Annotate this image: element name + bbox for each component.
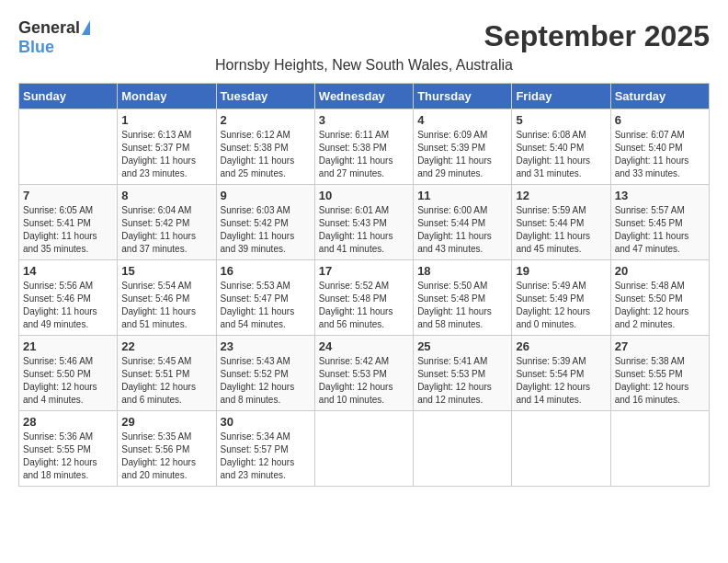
day-info: Sunrise: 5:46 AMSunset: 5:50 PMDaylight:… — [23, 355, 113, 407]
calendar-cell: 2Sunrise: 6:12 AMSunset: 5:38 PMDaylight… — [216, 109, 314, 185]
day-number: 3 — [319, 113, 409, 127]
day-number: 28 — [23, 415, 113, 429]
day-number: 22 — [121, 339, 211, 353]
day-info: Sunrise: 5:41 AMSunset: 5:53 PMDaylight:… — [417, 355, 507, 407]
header-day-saturday: Saturday — [610, 84, 709, 109]
day-info: Sunrise: 6:08 AMSunset: 5:40 PMDaylight:… — [516, 129, 606, 180]
logo-blue: Blue — [18, 38, 54, 57]
day-number: 4 — [417, 113, 507, 127]
calendar-cell — [512, 411, 610, 487]
header-day-sunday: Sunday — [19, 84, 118, 109]
day-info: Sunrise: 5:34 AMSunset: 5:57 PMDaylight:… — [221, 431, 311, 482]
day-number: 30 — [221, 415, 311, 429]
day-number: 9 — [221, 189, 311, 202]
header-day-thursday: Thursday — [414, 84, 512, 109]
day-info: Sunrise: 6:01 AMSunset: 5:43 PMDaylight:… — [319, 204, 409, 256]
day-number: 29 — [121, 415, 211, 429]
week-row-4: 21Sunrise: 5:46 AMSunset: 5:50 PMDayligh… — [19, 336, 710, 411]
calendar-cell: 14Sunrise: 5:56 AMSunset: 5:46 PMDayligh… — [19, 260, 118, 336]
day-number: 8 — [121, 189, 211, 202]
calendar-cell: 11Sunrise: 6:00 AMSunset: 5:44 PMDayligh… — [414, 185, 512, 260]
day-number: 18 — [417, 264, 507, 278]
week-row-5: 28Sunrise: 5:36 AMSunset: 5:55 PMDayligh… — [19, 411, 710, 487]
day-info: Sunrise: 5:42 AMSunset: 5:53 PMDaylight:… — [319, 355, 409, 407]
day-info: Sunrise: 5:36 AMSunset: 5:55 PMDaylight:… — [23, 431, 113, 482]
day-number: 20 — [615, 264, 705, 278]
day-number: 17 — [319, 264, 409, 278]
logo-general: General — [18, 18, 80, 38]
day-info: Sunrise: 6:13 AMSunset: 5:37 PMDaylight:… — [121, 129, 211, 180]
day-number: 24 — [319, 339, 409, 353]
calendar-cell: 10Sunrise: 6:01 AMSunset: 5:43 PMDayligh… — [314, 185, 413, 260]
day-info: Sunrise: 5:53 AMSunset: 5:47 PMDaylight:… — [221, 280, 311, 331]
day-number: 10 — [319, 189, 409, 202]
day-number: 19 — [516, 264, 606, 278]
day-info: Sunrise: 6:12 AMSunset: 5:38 PMDaylight:… — [221, 129, 311, 180]
calendar-cell — [314, 411, 413, 487]
week-row-3: 14Sunrise: 5:56 AMSunset: 5:46 PMDayligh… — [19, 260, 710, 336]
calendar-cell — [610, 411, 709, 487]
calendar-cell: 8Sunrise: 6:04 AMSunset: 5:42 PMDaylight… — [118, 185, 216, 260]
calendar-cell: 9Sunrise: 6:03 AMSunset: 5:42 PMDaylight… — [216, 185, 314, 260]
day-info: Sunrise: 5:48 AMSunset: 5:50 PMDaylight:… — [615, 280, 705, 331]
day-info: Sunrise: 6:04 AMSunset: 5:42 PMDaylight:… — [121, 204, 211, 256]
header-day-tuesday: Tuesday — [216, 84, 314, 109]
day-info: Sunrise: 5:38 AMSunset: 5:55 PMDaylight:… — [615, 355, 705, 407]
calendar-cell: 22Sunrise: 5:45 AMSunset: 5:51 PMDayligh… — [118, 336, 216, 411]
day-info: Sunrise: 5:49 AMSunset: 5:49 PMDaylight:… — [516, 280, 606, 331]
calendar-cell: 20Sunrise: 5:48 AMSunset: 5:50 PMDayligh… — [610, 260, 709, 336]
day-info: Sunrise: 6:05 AMSunset: 5:41 PMDaylight:… — [23, 204, 113, 256]
calendar-cell: 6Sunrise: 6:07 AMSunset: 5:40 PMDaylight… — [610, 109, 709, 185]
header-day-wednesday: Wednesday — [314, 84, 413, 109]
calendar-cell: 15Sunrise: 5:54 AMSunset: 5:46 PMDayligh… — [118, 260, 216, 336]
day-info: Sunrise: 6:00 AMSunset: 5:44 PMDaylight:… — [417, 204, 507, 256]
day-number: 14 — [23, 264, 113, 278]
logo-triangle-icon — [82, 20, 90, 35]
calendar-cell: 3Sunrise: 6:11 AMSunset: 5:38 PMDaylight… — [314, 109, 413, 185]
calendar-cell: 30Sunrise: 5:34 AMSunset: 5:57 PMDayligh… — [216, 411, 314, 487]
week-row-2: 7Sunrise: 6:05 AMSunset: 5:41 PMDaylight… — [19, 185, 710, 260]
day-info: Sunrise: 6:11 AMSunset: 5:38 PMDaylight:… — [319, 129, 409, 180]
day-number: 23 — [221, 339, 311, 353]
calendar-cell: 7Sunrise: 6:05 AMSunset: 5:41 PMDaylight… — [19, 185, 118, 260]
calendar-cell: 23Sunrise: 5:43 AMSunset: 5:52 PMDayligh… — [216, 336, 314, 411]
day-number: 13 — [615, 189, 705, 202]
calendar-cell — [19, 109, 118, 185]
calendar-cell — [414, 411, 512, 487]
day-number: 15 — [121, 264, 211, 278]
calendar-cell: 12Sunrise: 5:59 AMSunset: 5:44 PMDayligh… — [512, 185, 610, 260]
calendar-cell: 27Sunrise: 5:38 AMSunset: 5:55 PMDayligh… — [610, 336, 709, 411]
week-row-1: 1Sunrise: 6:13 AMSunset: 5:37 PMDaylight… — [19, 109, 710, 185]
calendar-cell: 1Sunrise: 6:13 AMSunset: 5:37 PMDaylight… — [118, 109, 216, 185]
calendar-cell: 17Sunrise: 5:52 AMSunset: 5:48 PMDayligh… — [314, 260, 413, 336]
calendar-cell: 29Sunrise: 5:35 AMSunset: 5:56 PMDayligh… — [118, 411, 216, 487]
calendar-cell: 5Sunrise: 6:08 AMSunset: 5:40 PMDaylight… — [512, 109, 610, 185]
calendar-cell: 24Sunrise: 5:42 AMSunset: 5:53 PMDayligh… — [314, 336, 413, 411]
calendar-cell: 21Sunrise: 5:46 AMSunset: 5:50 PMDayligh… — [19, 336, 118, 411]
month-title: September 2025 — [484, 18, 710, 53]
day-number: 1 — [121, 113, 211, 127]
day-info: Sunrise: 6:03 AMSunset: 5:42 PMDaylight:… — [221, 204, 311, 256]
calendar-cell: 16Sunrise: 5:53 AMSunset: 5:47 PMDayligh… — [216, 260, 314, 336]
calendar-cell: 28Sunrise: 5:36 AMSunset: 5:55 PMDayligh… — [19, 411, 118, 487]
calendar-cell: 26Sunrise: 5:39 AMSunset: 5:54 PMDayligh… — [512, 336, 610, 411]
day-info: Sunrise: 5:50 AMSunset: 5:48 PMDaylight:… — [417, 280, 507, 331]
day-number: 25 — [417, 339, 507, 353]
day-number: 16 — [221, 264, 311, 278]
day-info: Sunrise: 6:09 AMSunset: 5:39 PMDaylight:… — [417, 129, 507, 180]
calendar-cell: 18Sunrise: 5:50 AMSunset: 5:48 PMDayligh… — [414, 260, 512, 336]
day-info: Sunrise: 5:54 AMSunset: 5:46 PMDaylight:… — [121, 280, 211, 331]
header-day-friday: Friday — [512, 84, 610, 109]
logo: General Blue — [18, 18, 90, 57]
calendar-cell: 19Sunrise: 5:49 AMSunset: 5:49 PMDayligh… — [512, 260, 610, 336]
day-info: Sunrise: 6:07 AMSunset: 5:40 PMDaylight:… — [615, 129, 705, 180]
day-number: 27 — [615, 339, 705, 353]
day-number: 5 — [516, 113, 606, 127]
calendar-table: SundayMondayTuesdayWednesdayThursdayFrid… — [18, 83, 710, 487]
calendar-cell: 25Sunrise: 5:41 AMSunset: 5:53 PMDayligh… — [414, 336, 512, 411]
day-number: 21 — [23, 339, 113, 353]
day-info: Sunrise: 5:56 AMSunset: 5:46 PMDaylight:… — [23, 280, 113, 331]
day-number: 11 — [417, 189, 507, 202]
day-info: Sunrise: 5:43 AMSunset: 5:52 PMDaylight:… — [221, 355, 311, 407]
day-info: Sunrise: 5:45 AMSunset: 5:51 PMDaylight:… — [121, 355, 211, 407]
